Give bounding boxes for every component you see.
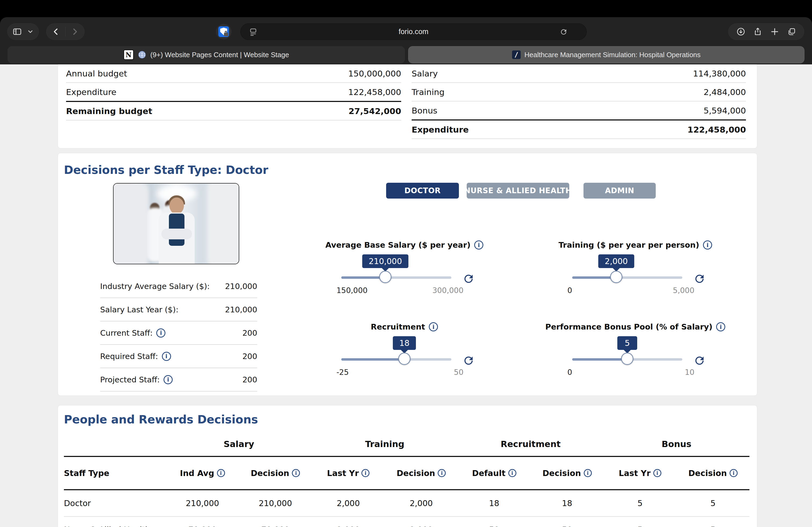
slider-fill (572, 276, 616, 279)
recruitment-slider: Recruitment i 18 -25 50 (329, 322, 480, 378)
reload-icon[interactable] (560, 28, 568, 37)
stat-value: 200 (243, 375, 257, 384)
row-value: 150,000,000 (348, 69, 401, 78)
cell-value: 70,000 (239, 525, 312, 527)
group-header: Salary (166, 439, 312, 449)
staff-photo (113, 183, 239, 264)
info-icon[interactable]: i (162, 352, 171, 361)
staff-tab-nurse-allied-health[interactable]: NURSE & ALLIED HEALTH (467, 183, 569, 199)
slider-max-label: 10 (685, 368, 694, 377)
info-icon[interactable]: i (508, 469, 516, 477)
info-icon[interactable]: i (292, 469, 300, 477)
tab-overview-icon[interactable] (787, 27, 796, 36)
slider-fill (341, 358, 404, 361)
table-row: Annual budget 150,000,000 (66, 64, 401, 83)
sidebar-icon[interactable] (12, 27, 22, 36)
cell-value: 2,000 (385, 525, 458, 527)
decisions-card: Decisions per Staff Type: Doctor DOCTOR … (58, 153, 757, 396)
tab-notion[interactable]: N (9+) Website Pages Content | Website S… (8, 46, 405, 63)
reset-icon[interactable] (693, 273, 706, 286)
section-title: People and Rewards Decisions (64, 413, 258, 426)
slider-max-label: 300,000 (432, 286, 463, 295)
slider-min-label: 150,000 (336, 286, 367, 295)
column-header: Decisioni (385, 468, 458, 478)
browser-window: forio.com (0, 17, 812, 527)
slider-track[interactable] (341, 276, 451, 279)
stat-label: Salary Last Year ($): (100, 305, 178, 314)
table-row: Salary 114,380,000 (412, 64, 746, 83)
column-header: Ind Avgi (166, 468, 239, 478)
reset-icon[interactable] (693, 355, 706, 368)
info-icon[interactable]: i (438, 469, 446, 477)
chevron-down-icon[interactable] (27, 28, 34, 35)
shield-lock-icon (218, 26, 229, 37)
slider-handle[interactable] (398, 352, 410, 365)
slider-track[interactable] (341, 358, 451, 361)
info-icon[interactable]: i (163, 375, 173, 384)
slider-value-bubble: 2,000 (598, 254, 634, 268)
info-icon[interactable]: i (729, 469, 738, 477)
slider-handle[interactable] (621, 352, 634, 365)
info-icon[interactable]: i (156, 328, 165, 337)
row-value: 114,380,000 (693, 69, 746, 78)
row-value: 5,594,000 (704, 106, 746, 115)
slider-value-bubble: 18 (393, 336, 416, 350)
info-icon[interactable]: i (703, 240, 712, 250)
group-header: Bonus (604, 439, 750, 449)
budget-summary-card: Annual budget 150,000,000 Expenditure 12… (58, 64, 757, 148)
table-row: Training 2,484,000 (412, 83, 746, 102)
table-row: Nurse & Allied Health 70,000 70,000 2,00… (64, 517, 750, 527)
info-icon[interactable]: i (429, 322, 438, 331)
cell-value: 210,000 (166, 499, 239, 508)
info-icon[interactable]: i (653, 469, 661, 477)
row-label: Expenditure (66, 87, 117, 97)
forward-button[interactable] (70, 27, 79, 36)
tab-simulation[interactable]: / Healthcare Management Simulation: Hosp… (408, 46, 804, 63)
password-extension-button[interactable] (216, 24, 231, 40)
cell-value: 50 (458, 525, 531, 527)
staff-stats-list: Industry Average Salary ($): 210,000 Sal… (100, 275, 257, 391)
cell-value: 5 (677, 499, 750, 508)
reset-icon[interactable] (462, 355, 475, 368)
info-icon[interactable]: i (217, 469, 225, 477)
column-header: Decisioni (531, 468, 604, 478)
share-icon[interactable] (753, 27, 762, 36)
slider-handle[interactable] (610, 271, 622, 283)
sidebar-controls[interactable] (7, 23, 39, 40)
address-bar[interactable]: forio.com (240, 23, 587, 40)
slider-handle[interactable] (379, 271, 392, 283)
info-icon[interactable]: i (584, 469, 592, 477)
staff-tab-doctor[interactable]: DOCTOR (386, 183, 459, 199)
staff-tab-admin[interactable]: ADMIN (583, 183, 656, 199)
stat-value: 210,000 (225, 282, 257, 291)
column-header: Defaulti (458, 468, 531, 478)
slider-value-bubble: 210,000 (362, 254, 408, 268)
globe-icon (137, 50, 147, 59)
column-header: Last Yri (312, 468, 385, 478)
new-tab-icon[interactable] (770, 27, 779, 36)
info-icon[interactable]: i (361, 469, 369, 477)
table-row: Bonus 5,594,000 (412, 102, 746, 120)
cell-staff-type: Doctor (64, 499, 166, 508)
reset-icon[interactable] (462, 273, 475, 286)
notion-icon: N (124, 50, 134, 60)
stat-label: Industry Average Salary ($): (100, 282, 210, 291)
people-rewards-table: Salary Training Recruitment Bonus Staff … (64, 432, 750, 527)
page-content: Annual budget 150,000,000 Expenditure 12… (0, 64, 812, 527)
expenditure-table: Salary 114,380,000 Training 2,484,000 Bo… (412, 64, 746, 139)
back-button[interactable] (51, 27, 60, 36)
row-value: 122,458,000 (348, 87, 401, 97)
page-settings-icon[interactable] (249, 27, 258, 37)
stat-value: 200 (243, 352, 257, 361)
info-icon[interactable]: i (474, 240, 483, 250)
slider-min-label: 0 (567, 368, 572, 377)
slider-track[interactable] (572, 276, 682, 279)
row-label: Remaining budget (66, 106, 152, 116)
budget-table: Annual budget 150,000,000 Expenditure 12… (66, 64, 401, 120)
stat-label: Required Staff: (100, 352, 158, 361)
info-icon[interactable]: i (716, 322, 725, 331)
downloads-icon[interactable] (736, 27, 745, 36)
nav-controls (46, 23, 85, 40)
row-label: Annual budget (66, 69, 127, 78)
list-item: Required Staff: i 200 (100, 345, 257, 368)
